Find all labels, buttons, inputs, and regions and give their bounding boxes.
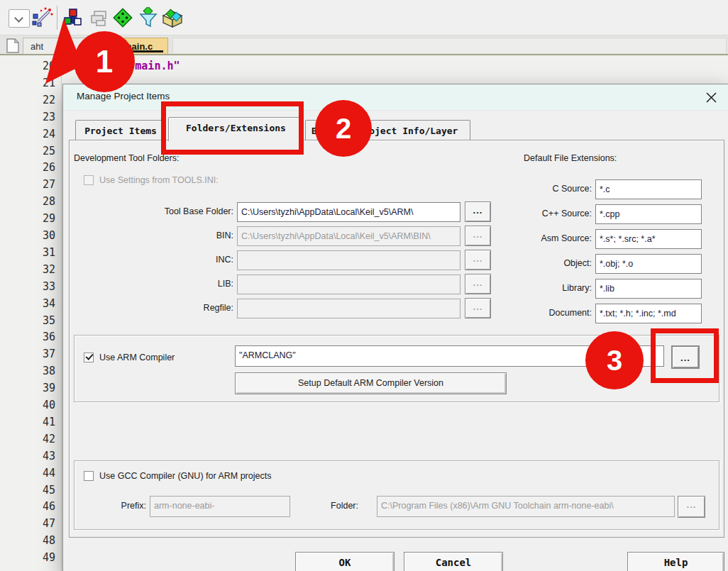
line-number: 38	[0, 365, 55, 377]
line-number: 44	[0, 467, 55, 479]
line-number: 29	[0, 212, 55, 225]
line-number: 45	[0, 484, 55, 497]
line-number: 37	[0, 348, 55, 360]
document-icon	[6, 38, 20, 53]
step3-highlight-rect	[651, 328, 719, 383]
step2-badge: 2	[315, 100, 372, 157]
use-gcc-compiler-checkbox[interactable]	[84, 471, 94, 481]
line-number: 41	[0, 416, 55, 428]
line-number: 24	[0, 128, 55, 140]
line-number: 35	[0, 314, 55, 327]
gcc-folder-browse-button[interactable]: ...	[678, 496, 705, 518]
c-source-field[interactable]: *.c	[595, 179, 702, 199]
asm-source-label: Asm Source:	[482, 233, 592, 243]
tab-project-items[interactable]: Project Items	[75, 120, 166, 140]
c-source-label: C Source:	[482, 184, 592, 194]
close-icon[interactable]	[695, 84, 728, 111]
main-toolbar	[0, 0, 728, 35]
line-number: 49	[0, 551, 55, 564]
ok-button[interactable]: OK	[295, 552, 395, 571]
document-field[interactable]: *.txt; *.h; *.inc; *.md	[595, 304, 702, 323]
use-arm-compiler-label: Use ARM Compiler	[99, 353, 175, 362]
editor-tab-label: aht	[31, 41, 43, 52]
gcc-folder-label: Folder:	[304, 501, 358, 511]
inc-field	[237, 250, 460, 270]
manage-project-items-icon[interactable]	[62, 7, 84, 28]
gcc-prefix-label: Prefix:	[92, 501, 146, 511]
line-number: 23	[0, 111, 55, 123]
dialog-title: Manage Project Items	[77, 91, 170, 101]
line-number: 21	[0, 77, 55, 89]
cancel-button[interactable]: Cancel	[404, 552, 503, 571]
bin-field: C:\Users\tyzhi\AppData\Local\Keil_v5\ARM…	[237, 226, 460, 246]
regfile-field	[237, 299, 460, 318]
tool-base-folder-field[interactable]: C:\Users\tyzhi\AppData\Local\Keil_v5\ARM…	[237, 202, 460, 222]
manage-project-items-dialog: Manage Project Items Project Items Folde…	[62, 84, 728, 571]
dev-tool-folders-heading: Development Tool Folders:	[74, 153, 179, 163]
lib-field	[237, 275, 460, 294]
use-gcc-compiler-label: Use GCC Compiler (GNU) for ARM projects	[99, 471, 271, 481]
batch-setup-icon[interactable]	[88, 7, 109, 28]
object-field[interactable]: *.obj; *.o	[595, 254, 702, 274]
configure-target-wand-icon[interactable]	[32, 7, 53, 28]
line-number: 42	[0, 433, 55, 445]
gcc-prefix-field: arm-none-eabi-	[150, 496, 290, 517]
use-arm-compiler-checkbox[interactable]	[84, 353, 94, 362]
manage-run-time-environment-icon[interactable]	[112, 7, 133, 28]
step3-badge: 3	[585, 331, 644, 389]
line-number: 25	[0, 145, 55, 157]
line-number: 31	[0, 246, 55, 259]
line-number: 47	[0, 517, 55, 530]
toolbar-separator	[57, 6, 57, 30]
tool-base-folder-label: Tool Base Folder:	[106, 206, 233, 216]
step1-badge: 1	[74, 31, 135, 92]
line-number: 43	[0, 450, 55, 462]
chevron-down-icon	[14, 13, 23, 23]
target-select-dropdown[interactable]	[9, 9, 30, 28]
line-number: 22	[0, 94, 55, 106]
setup-default-arm-compiler-button[interactable]: Setup Default ARM Compiler Version	[235, 372, 507, 394]
gcc-folder-field: C:\Program Files (x86)\Arm GNU Toolchain…	[377, 496, 675, 517]
select-software-packs-icon[interactable]	[138, 7, 159, 28]
line-number: 39	[0, 382, 55, 394]
line-number: 36	[0, 331, 55, 343]
step2-highlight-rect	[161, 101, 304, 155]
line-number: 40	[0, 399, 55, 411]
line-number: 34	[0, 297, 55, 310]
pack-installer-icon[interactable]	[162, 7, 183, 28]
line-number: 28	[0, 195, 55, 208]
line-number: 30	[0, 229, 55, 242]
asm-source-field[interactable]: *.s*; *.src; *.a*	[595, 229, 702, 249]
tab-bar-filler	[172, 38, 727, 53]
lib-label: LIB:	[106, 279, 233, 289]
line-number: 32	[0, 263, 55, 276]
line-number: 33	[0, 280, 55, 293]
document-label: Document:	[482, 308, 592, 318]
help-button[interactable]: Help	[627, 552, 724, 571]
bin-label: BIN:	[106, 231, 233, 240]
cpp-source-label: C++ Source:	[482, 209, 592, 218]
inc-label: INC:	[106, 255, 233, 265]
default-file-extensions-heading: Default File Extensions:	[524, 153, 617, 163]
library-field[interactable]: *.lib	[595, 279, 702, 299]
include-string: "main.h"	[128, 60, 180, 72]
cpp-source-field[interactable]: *.cpp	[595, 204, 702, 224]
line-number: 48	[0, 534, 55, 547]
tools-ini-checkbox-label: Use Settings from TOOLS.INI:	[99, 175, 219, 185]
line-number: 20	[0, 60, 55, 72]
line-number: 27	[0, 178, 55, 191]
ellipsis-icon: ...	[687, 499, 697, 510]
gutter-border	[61, 57, 62, 571]
library-label: Library:	[482, 283, 592, 293]
tools-ini-checkbox[interactable]	[84, 175, 94, 185]
object-label: Object:	[482, 258, 592, 268]
line-number: 26	[0, 161, 55, 174]
regfile-label: Regfile:	[106, 303, 233, 313]
line-number: 46	[0, 500, 55, 513]
